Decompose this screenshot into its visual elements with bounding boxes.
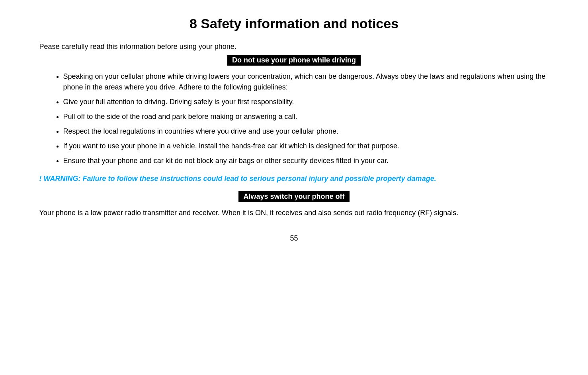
list-item: If you want to use your phone in a vehic… (63, 141, 549, 152)
bullet-list: Speaking on your cellular phone while dr… (63, 71, 549, 166)
list-item: Speaking on your cellular phone while dr… (63, 71, 549, 93)
list-item: Give your full attention to driving. Dri… (63, 97, 549, 107)
list-item: Ensure that your phone and car kit do no… (63, 155, 549, 166)
intro-text: Pease carefully read this information be… (39, 43, 549, 51)
warning-text: ! WARNING: Failure to follow these instr… (39, 173, 549, 184)
list-item: Pull off to the side of the road and par… (63, 111, 549, 122)
switch-header: Always switch your phone off (238, 191, 349, 202)
page-title: 8 Safety information and notices (39, 16, 549, 31)
body-text: Your phone is a low power radio transmit… (39, 208, 549, 218)
page-number: 55 (39, 234, 549, 243)
driving-header: Do not use your phone while driving (227, 55, 361, 66)
list-item: Respect the local regulations in countri… (63, 126, 549, 137)
page-container: 8 Safety information and notices Pease c… (16, 0, 573, 266)
